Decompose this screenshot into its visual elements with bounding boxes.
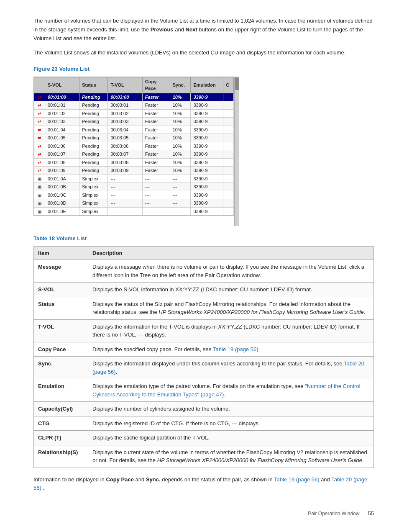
row-desc: Displays the emulation type of the paire… bbox=[88, 379, 374, 402]
row-emul: 3390-9 bbox=[191, 175, 223, 183]
row-emul: 3390-9 bbox=[191, 150, 223, 159]
intro-paragraph-1: The number of volumes that can be displa… bbox=[33, 17, 374, 43]
page-number: 55 bbox=[368, 509, 374, 518]
row-sync: 10% bbox=[170, 118, 191, 126]
row-icon: ⇄ bbox=[34, 142, 45, 150]
footer-bold-copy-pace: Copy Pace bbox=[106, 476, 133, 483]
volume-list-row: ⇄ 00:01:00 Pending 00:03:00 Faster 10% 3… bbox=[34, 93, 234, 101]
row-tvol: --- bbox=[108, 191, 142, 199]
row-desc: Displays the S-VOL information in XX:YY:… bbox=[88, 283, 374, 297]
col-status: Status bbox=[79, 77, 108, 93]
row-icon: ⇄ bbox=[34, 150, 45, 159]
row-tvol: 00:03:03 bbox=[108, 118, 142, 126]
row-sync: --- bbox=[170, 199, 191, 208]
table-18-row: Copy Pace Displays the specified copy pa… bbox=[34, 342, 374, 357]
row-emul: 3390-9 bbox=[191, 101, 223, 110]
volume-list-row: ⇄ 00:01:05 Pending 00:03:05 Faster 10% 3… bbox=[34, 134, 234, 142]
row-item: Message bbox=[34, 260, 88, 283]
row-pace: Faster bbox=[142, 167, 170, 175]
row-c bbox=[223, 126, 234, 134]
row-emul: 3390-9 bbox=[191, 158, 223, 167]
row-icon: ⇄ bbox=[34, 167, 45, 175]
row-sync: 10% bbox=[170, 142, 191, 150]
row-pace: --- bbox=[142, 183, 170, 191]
intro-bold-previous: Previous bbox=[151, 26, 174, 33]
row-status: Pending bbox=[79, 126, 108, 134]
row-svol: 00:01:00 bbox=[45, 93, 79, 101]
row-status: Simplex bbox=[79, 207, 108, 216]
row-desc: Displays a message when there is no volu… bbox=[88, 260, 374, 283]
volume-list-table: S-VOL Status T-VOL Copy Pace Sync. Emula… bbox=[34, 77, 234, 216]
volume-list-row: ▣ 00:01:0D Simplex --- --- --- 3390-9 bbox=[34, 199, 234, 208]
row-desc: Displays the information displayed under… bbox=[88, 357, 374, 379]
row-tvol: 00:03:08 bbox=[108, 158, 142, 167]
row-tvol: 00:03:06 bbox=[108, 142, 142, 150]
row-c bbox=[223, 109, 234, 118]
col-emulation: Emulation bbox=[191, 77, 223, 93]
row-svol: 00:01:03 bbox=[45, 118, 79, 126]
row-sync: --- bbox=[170, 191, 191, 199]
row-c bbox=[223, 191, 234, 199]
footer-text-mid2: depends on the status of the pair, as sh… bbox=[162, 476, 274, 483]
col-svol: S-VOL bbox=[45, 77, 79, 93]
row-tvol: --- bbox=[108, 183, 142, 191]
row-sync: 10% bbox=[170, 101, 191, 110]
row-icon: ▣ bbox=[34, 207, 45, 216]
row-item: CLPR (T) bbox=[34, 431, 88, 445]
row-status: Pending bbox=[79, 109, 108, 118]
row-emul: 3390-9 bbox=[191, 134, 223, 142]
row-sync: 10% bbox=[170, 158, 191, 167]
row-emul: 3390-9 bbox=[191, 142, 223, 150]
intro-paragraph-2: The Volume List shows all the installed … bbox=[33, 49, 374, 57]
row-status: Pending bbox=[79, 142, 108, 150]
row-pace: Faster bbox=[142, 142, 170, 150]
footer-text-and2: and bbox=[321, 476, 331, 483]
volume-list-row: ⇄ 00:01:04 Pending 00:03:04 Faster 10% 3… bbox=[34, 126, 234, 134]
footer-link-table19[interactable]: Table 19 (page 56) bbox=[274, 476, 319, 483]
row-svol: 00:01:09 bbox=[45, 167, 79, 175]
row-icon: ⇄ bbox=[34, 126, 45, 134]
scrollbar-thumb[interactable] bbox=[235, 77, 239, 90]
row-icon: ▣ bbox=[34, 175, 45, 183]
volume-list-row: ⇄ 00:01:01 Pending 00:03:01 Faster 10% 3… bbox=[34, 101, 234, 110]
row-pace: Faster bbox=[142, 158, 170, 167]
volume-list-row: ⇄ 00:01:07 Pending 00:03:07 Faster 10% 3… bbox=[34, 150, 234, 159]
row-item: S-VOL bbox=[34, 283, 88, 297]
row-svol: 00:01:04 bbox=[45, 126, 79, 134]
row-icon: ⇄ bbox=[34, 134, 45, 142]
row-sync: --- bbox=[170, 183, 191, 191]
page-footer: Pair Operation Window 55 bbox=[33, 509, 374, 518]
row-tvol: 00:03:02 bbox=[108, 109, 142, 118]
volume-list-row: ⇄ 00:01:06 Pending 00:03:06 Faster 10% 3… bbox=[34, 142, 234, 150]
row-svol: 00:01:02 bbox=[45, 109, 79, 118]
row-tvol: 00:03:09 bbox=[108, 167, 142, 175]
row-sync: 10% bbox=[170, 126, 191, 134]
row-pace: Faster bbox=[142, 93, 170, 101]
row-c bbox=[223, 93, 234, 101]
table-18-row: T-VOL Displays the information for the T… bbox=[34, 319, 374, 342]
row-c bbox=[223, 134, 234, 142]
scrollbar[interactable] bbox=[234, 77, 239, 226]
footer-text-end: . bbox=[43, 485, 44, 491]
row-sync: 10% bbox=[170, 167, 191, 175]
row-pace: Faster bbox=[142, 101, 170, 110]
row-status: Pending bbox=[79, 118, 108, 126]
row-pace: --- bbox=[142, 207, 170, 216]
row-status: Pending bbox=[79, 150, 108, 159]
row-emul: 3390-9 bbox=[191, 118, 223, 126]
col-tvol: T-VOL bbox=[108, 77, 142, 93]
row-status: Pending bbox=[79, 101, 108, 110]
row-icon: ▣ bbox=[34, 199, 45, 208]
row-pace: Faster bbox=[142, 109, 170, 118]
row-sync: 10% bbox=[170, 93, 191, 101]
footer-bold-sync: Sync. bbox=[146, 476, 161, 483]
row-item: Status bbox=[34, 297, 88, 319]
row-item: CTG bbox=[34, 416, 88, 431]
volume-list-row: ▣ 00:01:0B Simplex --- --- --- 3390-9 bbox=[34, 183, 234, 191]
row-c bbox=[223, 167, 234, 175]
table-18-header-row: Item Description bbox=[34, 246, 374, 260]
row-emul: 3390-9 bbox=[191, 167, 223, 175]
volume-list-row: ⇄ 00:01:09 Pending 00:03:09 Faster 10% 3… bbox=[34, 167, 234, 175]
volume-list-row: ▣ 00:01:0C Simplex --- --- --- 3390-9 bbox=[34, 191, 234, 199]
table-18-row: Relationship(S) Displays the current sta… bbox=[34, 445, 374, 468]
